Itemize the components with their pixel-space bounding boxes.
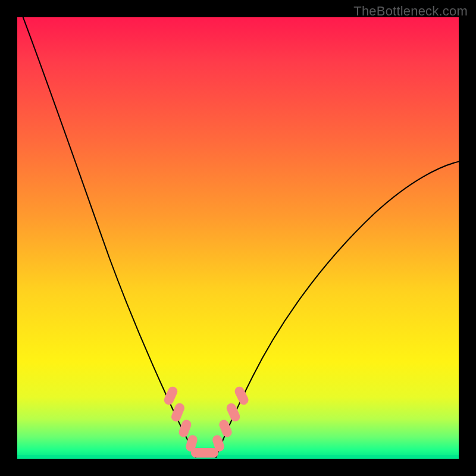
chart-container: TheBottleneck.com: [0, 0, 476, 476]
watermark-text: TheBottleneck.com: [353, 4, 468, 19]
highlight-trough: [191, 448, 218, 458]
plot-area: [17, 17, 459, 459]
curve-right-branch: [216, 161, 459, 458]
